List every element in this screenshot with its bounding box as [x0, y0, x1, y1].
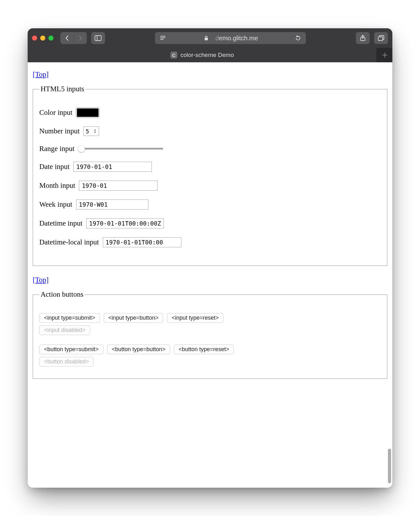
button-elements-row-2: <button disabled> — [39, 357, 381, 367]
sidebar-icon — [95, 35, 102, 41]
svg-rect-0 — [95, 36, 101, 41]
button-reset-button[interactable]: <button type=reset> — [174, 345, 234, 354]
input-buttons-row-2: <input disabled> — [39, 325, 381, 335]
top-link[interactable]: [Top] — [33, 70, 49, 79]
action-buttons-fieldset: Action buttons <input type=submit> <inpu… — [33, 290, 387, 379]
row-range: Range input — [39, 145, 381, 153]
reader-mode-button[interactable] — [159, 36, 166, 41]
share-icon — [360, 35, 366, 41]
new-tab-button[interactable] — [377, 48, 392, 62]
html5-inputs-fieldset: HTML5 inputs Color input Number input 5 … — [33, 85, 387, 266]
top-link-2[interactable]: [Top] — [33, 276, 49, 284]
reload-icon — [295, 35, 301, 41]
action-buttons-legend: Action buttons — [39, 290, 85, 299]
button-submit-button[interactable]: <button type=submit> — [39, 345, 103, 354]
label-number: Number input — [39, 127, 80, 135]
chevron-right-icon — [78, 35, 83, 41]
button-button-button[interactable]: <button type=button> — [107, 345, 170, 354]
scrollbar-thumb[interactable] — [388, 449, 391, 483]
range-input[interactable] — [78, 146, 163, 152]
range-track — [78, 148, 163, 150]
color-input[interactable] — [76, 108, 99, 118]
datetime-input[interactable]: 1970-01-01T00:00:00Z — [86, 218, 164, 228]
lock-icon — [203, 36, 210, 41]
date-input[interactable]: 1970-01-01 — [73, 162, 152, 172]
datetime-local-input[interactable]: 1970-01-01T00:00 — [103, 237, 181, 247]
url-text: demo.glitch.me — [215, 35, 258, 42]
chevron-left-icon — [65, 35, 69, 41]
label-week: Week input — [39, 200, 72, 209]
sidebar-toggle-button[interactable] — [91, 32, 105, 44]
input-buttons-row: <input type=submit> <input type=button> … — [39, 313, 381, 323]
number-input[interactable]: 5 ▲ ▼ — [83, 126, 99, 136]
range-thumb[interactable] — [78, 145, 85, 152]
number-stepper[interactable]: ▲ ▼ — [93, 128, 97, 134]
tab-strip: C color-scheme Demo — [28, 48, 392, 62]
row-datetime: Datetime input 1970-01-01T00:00:00Z — [39, 218, 381, 228]
label-month: Month input — [39, 182, 75, 190]
share-button[interactable] — [356, 32, 370, 44]
svg-rect-5 — [205, 38, 208, 40]
plus-icon — [382, 52, 388, 58]
label-datetime: Datetime input — [39, 219, 82, 227]
button-disabled-button: <button disabled> — [39, 357, 94, 367]
label-date: Date input — [39, 163, 69, 171]
input-submit-button[interactable]: <input type=submit> — [39, 313, 100, 323]
back-button[interactable] — [60, 32, 74, 44]
input-reset-button[interactable]: <input type=reset> — [167, 313, 224, 323]
forward-button[interactable] — [74, 32, 87, 44]
row-month: Month input 1970-01 — [39, 181, 381, 191]
tab-title: color-scheme Demo — [180, 52, 234, 59]
chevron-down-icon: ▼ — [94, 131, 96, 134]
reload-button[interactable] — [295, 35, 301, 41]
favicon-icon: C — [170, 52, 177, 59]
page-viewport: [Top] HTML5 inputs Color input Number in… — [28, 62, 392, 488]
label-range: Range input — [39, 145, 75, 153]
reader-icon — [160, 36, 166, 41]
input-disabled-button: <input disabled> — [39, 325, 90, 335]
month-input[interactable]: 1970-01 — [79, 181, 158, 191]
button-elements-row: <button type=submit> <button type=button… — [39, 345, 381, 354]
zoom-window-button[interactable] — [48, 36, 53, 41]
week-input[interactable]: 1970-W01 — [76, 199, 148, 210]
label-color: Color input — [39, 109, 72, 117]
titlebar: demo.glitch.me — [28, 28, 392, 48]
row-color: Color input — [39, 108, 381, 118]
label-datetime-local: Datetime-local input — [39, 238, 99, 246]
row-week: Week input 1970-W01 — [39, 199, 381, 210]
window-controls — [32, 36, 53, 41]
nav-buttons — [60, 32, 87, 44]
tab-active[interactable]: C color-scheme Demo — [28, 48, 377, 62]
row-date: Date input 1970-01-01 — [39, 162, 381, 172]
row-datetime-local: Datetime-local input 1970-01-01T00:00 — [39, 237, 381, 247]
input-button-button[interactable]: <input type=button> — [104, 313, 163, 323]
html5-inputs-legend: HTML5 inputs — [39, 85, 86, 93]
tabs-icon — [378, 35, 384, 41]
tabs-overview-button[interactable] — [374, 32, 388, 44]
address-bar[interactable]: demo.glitch.me — [155, 32, 306, 44]
number-value: 5 — [86, 128, 89, 135]
minimize-window-button[interactable] — [40, 36, 45, 41]
browser-window: demo.glitch.me C color-scheme Demo [Top]… — [28, 28, 392, 488]
close-window-button[interactable] — [32, 36, 37, 41]
document: [Top] HTML5 inputs Color input Number in… — [28, 62, 392, 396]
svg-rect-7 — [378, 37, 383, 41]
row-number: Number input 5 ▲ ▼ — [39, 126, 381, 136]
